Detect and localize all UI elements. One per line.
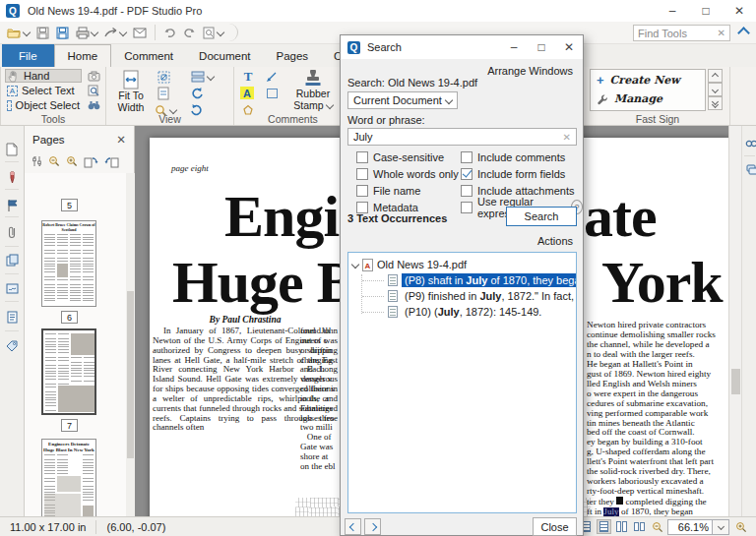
find-tools-input[interactable]: Find Tools ✕ [633, 25, 730, 41]
stamps-panel-button[interactable] [743, 161, 756, 177]
zoom-out-button[interactable] [650, 519, 664, 534]
attachments-panel-button[interactable] [4, 224, 20, 240]
rotate-page-ccw-icon[interactable] [84, 155, 98, 168]
tags-panel-button[interactable] [4, 338, 20, 354]
loupe-button[interactable] [86, 84, 101, 97]
select-text-button[interactable]: A Select Text [5, 84, 82, 97]
checkbox-unchecked[interactable] [461, 185, 472, 197]
create-new-signature[interactable]: + Create New [597, 74, 680, 87]
fit-to-width-button[interactable]: Fit To Width [112, 70, 150, 113]
save-as-button[interactable] [54, 24, 71, 41]
zoom-level-input[interactable]: 66.1% [667, 519, 713, 535]
tab-pages[interactable]: Pages [264, 44, 322, 67]
search-option-file-name[interactable]: File name [356, 184, 459, 197]
email-button[interactable] [131, 24, 149, 41]
minimize-button[interactable]: – [656, 0, 689, 22]
layers-panel-button[interactable] [4, 252, 20, 268]
page-label-5[interactable]: 5 [61, 199, 78, 211]
rubber-stamp-button[interactable]: Rubber Stamp [285, 70, 341, 111]
zoom-in-button[interactable] [733, 519, 748, 534]
checkbox-unchecked[interactable] [356, 202, 368, 213]
facing-continuous-layout-button[interactable] [632, 519, 647, 534]
page-thumbnail-7[interactable] [41, 328, 96, 415]
search-option-case-sensitive[interactable]: Case-sensitive [356, 150, 459, 163]
search-query-input[interactable]: July ✕ [347, 128, 577, 146]
close-search-button[interactable]: Close [533, 517, 577, 536]
arrange-windows-link[interactable]: Arrange Windows [487, 65, 573, 77]
object-select-button[interactable]: Object Select [5, 98, 82, 112]
checkbox-unchecked[interactable] [356, 185, 368, 197]
scroll-down-button[interactable] [708, 83, 723, 96]
clear-query-icon[interactable]: ✕ [563, 132, 571, 143]
rectangle-tool[interactable] [264, 87, 280, 100]
results-root-row[interactable]: A Old News 19-4.pdf [352, 257, 576, 272]
checkbox-unchecked[interactable] [461, 202, 472, 213]
search-dialog-titlebar[interactable]: Q Search – □ ✕ [341, 35, 583, 59]
rotate-view-ccw-button[interactable] [189, 87, 205, 100]
dialog-maximize-button[interactable]: □ [528, 35, 555, 59]
search-result-row[interactable]: (P9) finished in July, 1872." In fact, i… [348, 288, 576, 304]
zoom-out-thumbnails-icon[interactable] [48, 155, 60, 167]
snapshot-button[interactable] [86, 69, 101, 83]
checkbox-checked[interactable] [461, 168, 472, 180]
dialog-minimize-button[interactable]: – [500, 35, 528, 59]
open-button[interactable] [5, 24, 32, 41]
signature-list-scrollbar[interactable] [708, 69, 723, 110]
search-result-row[interactable]: (P8) shaft in July of 1870, they began [348, 272, 576, 288]
pencil-tool[interactable] [264, 70, 280, 84]
search-option-whole-words-only[interactable]: Whole words only [356, 167, 459, 180]
tab-file[interactable]: File [2, 44, 54, 67]
manage-signatures[interactable]: Manage [597, 92, 662, 105]
thumbnail-settings-icon[interactable] [32, 155, 42, 167]
undo-button[interactable] [161, 24, 178, 41]
annotations-panel-button[interactable] [4, 169, 20, 185]
close-panel-icon[interactable]: ✕ [116, 133, 126, 147]
content-panel-button[interactable] [4, 309, 20, 325]
signatures-panel-button[interactable] [4, 280, 20, 296]
tree-expander-icon[interactable] [351, 261, 359, 268]
tab-document[interactable]: Document [186, 44, 263, 67]
send-button[interactable] [102, 24, 128, 41]
pages-panel-scrollbar[interactable] [126, 173, 135, 516]
checkbox-unchecked[interactable] [356, 151, 368, 163]
redo-button[interactable] [181, 24, 198, 41]
search-button[interactable]: Search [506, 207, 577, 226]
scroll-up-button[interactable] [708, 69, 723, 83]
scroll-page-down-button[interactable] [708, 96, 723, 110]
save-button[interactable] [34, 24, 51, 41]
highlighter-tool[interactable]: A [240, 87, 254, 99]
continuous-layout-button[interactable] [597, 519, 611, 534]
zoom-level-dropdown[interactable] [713, 519, 729, 535]
checkbox-unchecked[interactable] [356, 168, 368, 180]
search-option-include-form-fields[interactable]: Include form fields [461, 167, 583, 180]
document-scrollbar[interactable] [728, 126, 741, 516]
bookmarks-panel-button[interactable] [4, 197, 20, 212]
rotate-page-cw-icon[interactable] [104, 155, 119, 168]
preview-button[interactable] [201, 24, 225, 41]
hand-tool-button[interactable]: Hand [5, 69, 82, 83]
search-option-include-comments[interactable]: Include comments [461, 150, 583, 163]
links-panel-button[interactable] [743, 136, 756, 151]
page-thumbnails-panel-button[interactable] [4, 142, 20, 157]
advanced-search-button[interactable] [86, 98, 101, 112]
tab-home[interactable]: Home [54, 44, 112, 67]
actual-size-button[interactable] [156, 87, 171, 100]
page-label-6[interactable]: 6 [61, 311, 78, 324]
dialog-close-button[interactable]: ✕ [555, 35, 583, 59]
clear-icon[interactable]: ✕ [718, 28, 725, 38]
full-screen-button[interactable] [156, 70, 171, 84]
zoom-in-thumbnails-icon[interactable] [66, 155, 78, 167]
collapse-ribbon-button[interactable] [735, 25, 752, 41]
facing-layout-button[interactable] [614, 519, 629, 534]
search-result-selected[interactable]: (P8) shaft in July of 1870, they began [402, 273, 577, 287]
page-thumbnail-8[interactable]: Engineers Detonate Huge Blast In New Yor… [41, 439, 96, 516]
search-scope-dropdown[interactable]: Current Document [347, 91, 458, 109]
document-scrollbar-thumb[interactable] [731, 369, 740, 394]
page-thumbnail-6[interactable]: Robert Bruce Claims Crown of Scotland [41, 220, 96, 307]
print-button[interactable] [74, 24, 99, 41]
maximize-button[interactable]: □ [689, 0, 723, 22]
search-result-text[interactable]: (P10) (July, 1872): 145-149. [402, 305, 544, 319]
next-result-button[interactable] [364, 518, 381, 535]
page-label-7[interactable]: 7 [61, 419, 78, 432]
tab-comment[interactable]: Comment [111, 44, 186, 67]
